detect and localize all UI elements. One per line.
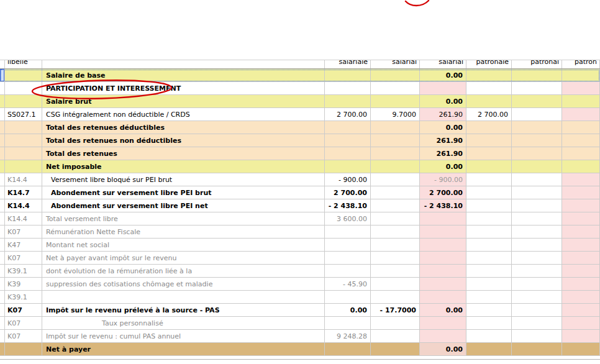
cell-patronal-amount[interactable] <box>562 291 600 303</box>
table-row-net-a-payer[interactable]: Net à payer 0.00 <box>0 343 600 356</box>
cell-salarial-rate[interactable] <box>371 147 420 160</box>
row-selector[interactable] <box>0 95 5 107</box>
table-row-suppression-cotisations[interactable]: K39 suppression des cotisations chômage … <box>0 278 600 291</box>
cell-patronal-amount[interactable] <box>562 160 600 173</box>
cell-patronale[interactable] <box>466 252 512 264</box>
cell-salariale[interactable]: 9 248.28 <box>325 330 371 342</box>
row-selector[interactable] <box>0 160 5 173</box>
cell-salarial-amount[interactable] <box>420 239 466 251</box>
row-selector[interactable] <box>0 330 5 342</box>
cell-salarial-rate[interactable] <box>371 317 420 329</box>
cell-patronale[interactable] <box>466 121 512 134</box>
cell-salarial-rate[interactable] <box>371 330 420 342</box>
cell-patronal-rate[interactable] <box>512 343 562 355</box>
cell-patronale[interactable] <box>466 95 512 107</box>
cell-salarial-rate[interactable] <box>371 278 420 290</box>
cell-patronal-rate[interactable] <box>512 265 562 277</box>
row-selector[interactable] <box>0 82 5 94</box>
cell-salarial-rate[interactable] <box>371 95 420 107</box>
cell-salarial-rate[interactable]: - 17.7000 <box>371 304 420 316</box>
cell-salarial-amount[interactable]: 0.00 <box>420 95 466 107</box>
table-row-csg-crds[interactable]: SS027.1 CSG intégralement non déductible… <box>0 108 600 121</box>
header-salarial-rate[interactable]: salarial <box>371 60 420 68</box>
cell-patronal-amount[interactable] <box>562 330 600 342</box>
cell-salariale[interactable]: - 2 438.10 <box>325 199 371 212</box>
cell-patronale[interactable] <box>466 82 512 94</box>
row-selector[interactable] <box>0 239 5 251</box>
cell-salarial-rate[interactable] <box>371 225 420 238</box>
cell-patronal-rate[interactable] <box>512 252 562 264</box>
cell-salarial-rate[interactable] <box>371 212 420 225</box>
cell-patronale[interactable] <box>466 147 512 160</box>
table-row-remuneration-nette-fiscale[interactable]: K07 Rémunération Nette Fiscale <box>0 225 600 239</box>
cell-salarial-amount[interactable]: 0.00 <box>420 304 466 316</box>
cell-patronal-rate[interactable] <box>512 147 562 160</box>
cell-salarial-amount[interactable] <box>420 212 466 225</box>
table-row-abondement-net[interactable]: K14.4 Abondement sur versement libre PEI… <box>0 199 600 212</box>
table-row-total-retenues[interactable]: Total des retenues 261.90 <box>0 147 600 160</box>
cell-patronale[interactable] <box>466 212 512 225</box>
cell-patronal-rate[interactable] <box>512 304 562 316</box>
cell-salarial-rate[interactable] <box>371 239 420 251</box>
cell-patronal-amount[interactable] <box>562 317 600 329</box>
cell-salariale[interactable] <box>325 160 371 173</box>
table-row-dont-evolution[interactable]: K39.1 dont évolution de la rémunération … <box>0 265 600 278</box>
cell-patronal-amount[interactable] <box>562 252 600 264</box>
cell-patronal-amount[interactable] <box>562 69 600 81</box>
cell-salariale[interactable]: 2 700.00 <box>325 108 371 121</box>
cell-patronale[interactable] <box>466 186 512 199</box>
cell-salarial-amount[interactable]: 0.00 <box>420 121 466 134</box>
cell-patronal-rate[interactable] <box>512 278 562 290</box>
cell-salarial-rate[interactable] <box>371 69 420 81</box>
cell-patronal-rate[interactable] <box>512 95 562 107</box>
header-patronal-rate[interactable]: patronal <box>512 60 562 68</box>
cell-patronale[interactable] <box>466 330 512 342</box>
cell-salarial-amount[interactable]: 261.90 <box>420 134 466 147</box>
table-row-net-avant-impot[interactable]: K07 Net à payer avant impôt sur le reven… <box>0 252 600 265</box>
cell-patronal-rate[interactable] <box>512 239 562 251</box>
table-row-abondement-brut[interactable]: K14.7 Abondement sur versement libre PEI… <box>0 186 600 199</box>
cell-patronal-amount[interactable] <box>562 108 600 121</box>
cell-salariale[interactable]: - 45.90 <box>325 278 371 290</box>
table-row-impot-pas[interactable]: K07 Impôt sur le revenu prélevé à la sou… <box>0 304 600 317</box>
cell-salariale[interactable]: 3 600.00 <box>325 212 371 225</box>
row-selector[interactable] <box>0 304 5 316</box>
cell-salarial-amount[interactable]: 0.00 <box>420 69 466 81</box>
cell-salariale[interactable] <box>325 265 371 277</box>
cell-patronal-rate[interactable] <box>512 225 562 238</box>
table-row-k39-1-empty[interactable]: K39.1 <box>0 291 600 304</box>
cell-salariale[interactable]: 2 700.00 <box>325 186 371 199</box>
cell-salarial-amount[interactable]: 2 700.00 <box>420 186 466 199</box>
table-row-montant-net-social[interactable]: K47 Montant net social <box>0 239 600 252</box>
header-salarial-amount[interactable]: salarial <box>420 60 466 68</box>
cell-salariale[interactable] <box>325 134 371 147</box>
cell-salariale[interactable]: 0.00 <box>325 304 371 316</box>
header-patronale[interactable]: patronale <box>466 60 512 68</box>
table-row-salaire-brut[interactable]: Salaire brut 0.00 <box>0 95 600 108</box>
table-row-retenues-non-deductibles[interactable]: Total des retenues non déductibles 261.9… <box>0 134 600 147</box>
row-selector[interactable] <box>0 147 5 160</box>
cell-salarial-rate[interactable] <box>371 121 420 134</box>
cell-patronal-rate[interactable] <box>512 317 562 329</box>
cell-salarial-amount[interactable] <box>420 291 466 303</box>
cell-salarial-amount[interactable] <box>420 317 466 329</box>
row-selector[interactable] <box>0 134 5 147</box>
cell-patronal-rate[interactable] <box>512 134 562 147</box>
row-selector[interactable] <box>0 225 5 238</box>
table-row-participation[interactable]: PARTICIPATION ET INTERESSEMENT <box>0 82 600 95</box>
cell-patronal-amount[interactable] <box>562 95 600 107</box>
cell-patronal-amount[interactable] <box>562 199 600 212</box>
cell-salarial-amount[interactable]: 0.00 <box>420 160 466 173</box>
cell-salarial-amount[interactable]: 261.90 <box>420 147 466 160</box>
table-row-total-versement-libre[interactable]: K14.4 Total versement libre 3 600.00 <box>0 212 600 225</box>
cell-patronal-amount[interactable] <box>562 212 600 225</box>
row-selector[interactable] <box>0 212 5 225</box>
cell-patronale[interactable] <box>466 173 512 186</box>
cell-patronale[interactable] <box>466 160 512 173</box>
row-selector[interactable] <box>0 186 5 199</box>
cell-patronale[interactable] <box>466 199 512 212</box>
cell-salarial-rate[interactable] <box>371 199 420 212</box>
cell-patronale[interactable] <box>466 265 512 277</box>
row-selector[interactable] <box>0 69 5 81</box>
row-selector[interactable] <box>0 265 5 277</box>
